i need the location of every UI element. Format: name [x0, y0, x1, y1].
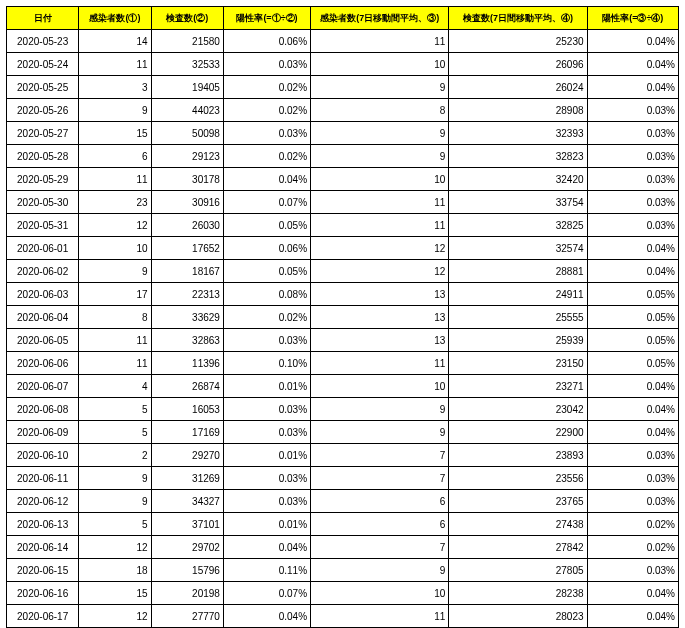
cell-date: 2020-06-07 [7, 375, 79, 398]
cell-positivity-7day: 0.05% [587, 329, 678, 352]
table-row: 2020-06-074268740.01%10232710.04% [7, 375, 679, 398]
cell-tested: 33629 [151, 306, 223, 329]
cell-positivity-7day: 0.03% [587, 490, 678, 513]
cell-positivity: 0.03% [223, 467, 310, 490]
cell-positivity: 0.03% [223, 421, 310, 444]
cell-positivity: 0.01% [223, 444, 310, 467]
cell-tested: 32533 [151, 53, 223, 76]
cell-tested-7day: 28908 [449, 99, 587, 122]
table-row: 2020-05-3112260300.05%11328250.03% [7, 214, 679, 237]
cell-date: 2020-05-23 [7, 30, 79, 53]
cell-tested: 17169 [151, 421, 223, 444]
cell-positivity-7day: 0.03% [587, 214, 678, 237]
cell-infected-7day: 9 [311, 122, 449, 145]
cell-tested: 26030 [151, 214, 223, 237]
cell-infected-7day: 11 [311, 30, 449, 53]
table-row: 2020-06-1712277700.04%11280230.04% [7, 605, 679, 628]
cell-tested-7day: 23271 [449, 375, 587, 398]
cell-positivity-7day: 0.03% [587, 122, 678, 145]
cell-positivity: 0.03% [223, 490, 310, 513]
cell-infected: 23 [79, 191, 151, 214]
cell-tested-7day: 27842 [449, 536, 587, 559]
cell-positivity-7day: 0.03% [587, 145, 678, 168]
cell-tested-7day: 23893 [449, 444, 587, 467]
table-row: 2020-06-1518157960.11%9278050.03% [7, 559, 679, 582]
cell-infected: 9 [79, 260, 151, 283]
cell-positivity-7day: 0.04% [587, 582, 678, 605]
cell-date: 2020-05-27 [7, 122, 79, 145]
cell-infected-7day: 12 [311, 237, 449, 260]
cell-tested-7day: 25230 [449, 30, 587, 53]
cell-positivity-7day: 0.02% [587, 536, 678, 559]
cell-tested-7day: 23765 [449, 490, 587, 513]
cell-tested: 22313 [151, 283, 223, 306]
cell-date: 2020-06-04 [7, 306, 79, 329]
cell-positivity: 0.02% [223, 145, 310, 168]
cell-tested-7day: 33754 [449, 191, 587, 214]
cell-tested: 26874 [151, 375, 223, 398]
cell-infected-7day: 13 [311, 283, 449, 306]
cell-positivity: 0.04% [223, 605, 310, 628]
header-infected: 感染者数(①) [79, 7, 151, 30]
table-row: 2020-05-3023309160.07%11337540.03% [7, 191, 679, 214]
cell-positivity-7day: 0.05% [587, 283, 678, 306]
cell-date: 2020-06-15 [7, 559, 79, 582]
cell-positivity: 0.03% [223, 122, 310, 145]
cell-positivity: 0.05% [223, 214, 310, 237]
cell-date: 2020-06-14 [7, 536, 79, 559]
cell-tested: 34327 [151, 490, 223, 513]
cell-date: 2020-06-05 [7, 329, 79, 352]
cell-tested-7day: 32420 [449, 168, 587, 191]
cell-tested: 30916 [151, 191, 223, 214]
cell-positivity-7day: 0.05% [587, 352, 678, 375]
table-row: 2020-05-2314215800.06%11252300.04% [7, 30, 679, 53]
cell-infected-7day: 7 [311, 444, 449, 467]
table-row: 2020-06-1615201980.07%10282380.04% [7, 582, 679, 605]
cell-tested-7day: 26024 [449, 76, 587, 99]
cell-infected: 5 [79, 513, 151, 536]
cell-infected: 3 [79, 76, 151, 99]
cell-infected: 17 [79, 283, 151, 306]
cell-tested: 21580 [151, 30, 223, 53]
cell-infected-7day: 11 [311, 605, 449, 628]
cell-infected-7day: 8 [311, 99, 449, 122]
cell-positivity-7day: 0.04% [587, 30, 678, 53]
cell-tested: 15796 [151, 559, 223, 582]
cell-tested: 30178 [151, 168, 223, 191]
table-row: 2020-06-135371010.01%6274380.02% [7, 513, 679, 536]
cell-tested: 29702 [151, 536, 223, 559]
cell-positivity-7day: 0.04% [587, 260, 678, 283]
cell-date: 2020-06-01 [7, 237, 79, 260]
table-row: 2020-06-102292700.01%7238930.03% [7, 444, 679, 467]
cell-infected: 18 [79, 559, 151, 582]
cell-infected: 11 [79, 329, 151, 352]
cell-infected: 5 [79, 421, 151, 444]
header-tested-7day: 検査数(7日間移動平均、④) [449, 7, 587, 30]
header-positivity-7day: 陽性率(=③÷④) [587, 7, 678, 30]
cell-date: 2020-06-13 [7, 513, 79, 536]
cell-date: 2020-06-09 [7, 421, 79, 444]
table-row: 2020-06-029181670.05%12288810.04% [7, 260, 679, 283]
table-row: 2020-06-129343270.03%6237650.03% [7, 490, 679, 513]
cell-positivity: 0.07% [223, 582, 310, 605]
cell-infected-7day: 11 [311, 214, 449, 237]
cell-infected: 10 [79, 237, 151, 260]
cell-infected-7day: 7 [311, 467, 449, 490]
table-row: 2020-06-0611113960.10%11231500.05% [7, 352, 679, 375]
cell-infected-7day: 9 [311, 398, 449, 421]
cell-infected-7day: 13 [311, 329, 449, 352]
cell-tested: 27770 [151, 605, 223, 628]
cell-date: 2020-06-02 [7, 260, 79, 283]
cell-positivity: 0.03% [223, 53, 310, 76]
cell-positivity-7day: 0.03% [587, 168, 678, 191]
cell-tested: 29123 [151, 145, 223, 168]
cell-tested: 29270 [151, 444, 223, 467]
table-row: 2020-05-2715500980.03%9323930.03% [7, 122, 679, 145]
cell-infected: 4 [79, 375, 151, 398]
table-row: 2020-06-1412297020.04%7278420.02% [7, 536, 679, 559]
cell-infected-7day: 9 [311, 145, 449, 168]
cell-positivity-7day: 0.04% [587, 421, 678, 444]
cell-positivity: 0.01% [223, 513, 310, 536]
cell-positivity: 0.06% [223, 237, 310, 260]
cell-positivity: 0.03% [223, 398, 310, 421]
